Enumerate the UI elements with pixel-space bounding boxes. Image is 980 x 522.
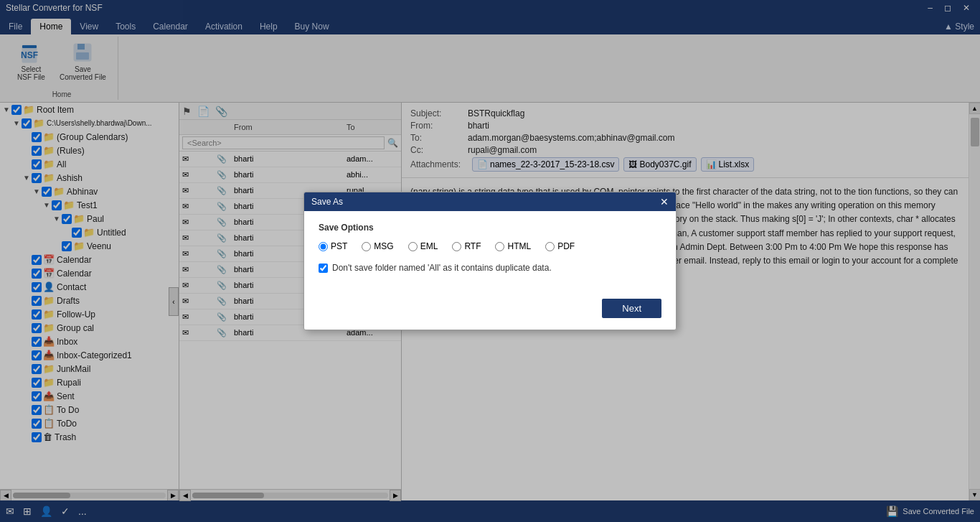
format-html[interactable]: HTML xyxy=(495,241,531,251)
radio-rtf[interactable] xyxy=(452,242,461,251)
format-options: PST MSG EML RTF HTML PDF xyxy=(319,241,661,251)
save-options-label: Save Options xyxy=(319,223,661,233)
modal-title: Save As xyxy=(311,197,343,207)
modal-header: Save As ✕ xyxy=(304,192,676,211)
modal-footer: Next xyxy=(304,296,676,330)
duplicate-checkbox[interactable] xyxy=(319,264,328,273)
format-msg[interactable]: MSG xyxy=(362,241,393,251)
radio-pdf[interactable] xyxy=(545,242,555,251)
modal-overlay: Save As ✕ Save Options PST MSG EML RTF xyxy=(0,0,980,522)
format-pdf[interactable]: PDF xyxy=(545,241,575,251)
format-pst[interactable]: PST xyxy=(319,241,347,251)
radio-pst[interactable] xyxy=(319,242,328,251)
radio-html[interactable] xyxy=(495,242,504,251)
format-eml[interactable]: EML xyxy=(408,241,438,251)
duplicate-checkbox-label: Don't save folder named 'All' as it cont… xyxy=(332,263,552,273)
format-rtf[interactable]: RTF xyxy=(452,241,481,251)
save-as-dialog: Save As ✕ Save Options PST MSG EML RTF xyxy=(303,192,677,330)
radio-msg[interactable] xyxy=(362,242,371,251)
modal-close-button[interactable]: ✕ xyxy=(660,196,669,208)
duplicate-checkbox-row: Don't save folder named 'All' as it cont… xyxy=(319,263,661,273)
modal-body: Save Options PST MSG EML RTF HTML xyxy=(304,211,676,296)
next-button[interactable]: Next xyxy=(602,299,661,318)
radio-eml[interactable] xyxy=(408,242,418,251)
